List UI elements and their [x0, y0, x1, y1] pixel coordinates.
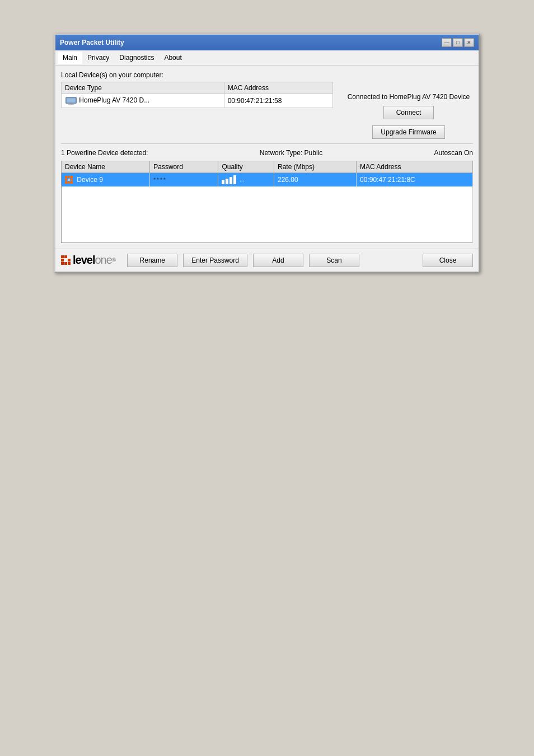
local-devices-label: Local Device(s) on your computer:	[61, 71, 473, 79]
menu-diagnostics[interactable]: Diagnostics	[114, 52, 159, 64]
local-device-panel: Device Type MAC Address	[61, 82, 473, 139]
divider-1	[61, 143, 473, 144]
empty-row-4	[62, 228, 473, 242]
scan-button[interactable]: Scan	[309, 254, 359, 267]
close-window-button[interactable]: ✕	[464, 38, 474, 47]
right-panel: Connected to HomePlug AV 7420 Device Con…	[344, 82, 473, 139]
title-bar: Power Packet Utility — □ ✕	[55, 35, 479, 50]
bottom-bar: levelone® Rename Enter Password Add Scan…	[55, 249, 479, 272]
connection-status-label: Connected to HomePlug AV 7420 Device	[344, 93, 473, 101]
rename-button[interactable]: Rename	[127, 254, 177, 267]
net-col-mac: MAC Address	[357, 161, 473, 173]
maximize-button[interactable]: □	[453, 38, 463, 47]
col-device-type: Device Type	[62, 82, 224, 94]
menu-main[interactable]: Main	[58, 52, 82, 64]
levelone-logo: levelone®	[61, 254, 116, 267]
logo-text-one: one	[95, 254, 111, 267]
net-device-name: Device 9	[77, 176, 103, 184]
local-device-type: HomePlug AV 7420 D...	[62, 94, 224, 108]
net-col-rate: Rate (Mbps)	[274, 161, 356, 173]
local-device-table-area: Device Type MAC Address	[61, 82, 333, 139]
empty-row-3	[62, 214, 473, 228]
net-device-quality: ...	[218, 173, 274, 187]
net-device-mac: 00:90:47:21:21:8C	[357, 173, 473, 187]
connect-button[interactable]: Connect	[383, 106, 434, 119]
logo-trademark: ®	[112, 257, 116, 263]
footer-right: Close	[423, 254, 473, 267]
quality-dots: ...	[240, 176, 245, 183]
network-type-label: Network Type: Public	[260, 149, 323, 157]
menu-bar: Main Privacy Diagnostics About	[55, 50, 479, 66]
main-window: Power Packet Utility — □ ✕ Main Privacy …	[54, 34, 480, 273]
device-icon	[65, 96, 77, 106]
add-button[interactable]: Add	[253, 254, 303, 267]
enter-password-button[interactable]: Enter Password	[183, 254, 247, 267]
minimize-button[interactable]: —	[442, 38, 452, 47]
network-device-row[interactable]: Device 9 **** ... 226.00	[62, 173, 473, 187]
svg-rect-3	[68, 104, 74, 105]
main-content: Local Device(s) on your computer: Device…	[55, 66, 479, 249]
empty-row-1	[62, 186, 473, 200]
net-col-device-name: Device Name	[62, 161, 150, 173]
empty-row-2	[62, 200, 473, 214]
window-title: Power Packet Utility	[60, 39, 124, 46]
local-device-row[interactable]: HomePlug AV 7420 D... 00:90:47:21:21:58	[62, 94, 333, 108]
network-status-bar: 1 Powerline Device detected: Network Typ…	[61, 147, 473, 158]
powerline-devices-count: 1 Powerline Device detected:	[61, 149, 148, 157]
local-device-mac: 00:90:47:21:21:58	[224, 94, 332, 108]
net-col-password: Password	[150, 161, 218, 173]
col-mac-address: MAC Address	[224, 82, 332, 94]
network-table: Device Name Password Quality Rate (Mbps)…	[61, 161, 473, 243]
net-device-name-cell: Device 9	[62, 173, 150, 187]
net-col-quality: Quality	[218, 161, 274, 173]
logo-text-level: level	[73, 254, 95, 267]
window-controls: — □ ✕	[442, 38, 474, 47]
net-device-password: ****	[150, 173, 218, 187]
upgrade-firmware-button[interactable]: Upgrade Firmware	[372, 125, 444, 139]
autoscan-status: Autoscan On	[434, 149, 473, 157]
svg-rect-2	[69, 104, 73, 105]
net-device-rate: 226.00	[274, 173, 356, 187]
menu-privacy[interactable]: Privacy	[82, 52, 114, 64]
local-device-table: Device Type MAC Address	[61, 82, 333, 108]
close-button[interactable]: Close	[423, 254, 473, 267]
svg-rect-1	[67, 98, 76, 102]
menu-about[interactable]: About	[159, 52, 186, 64]
